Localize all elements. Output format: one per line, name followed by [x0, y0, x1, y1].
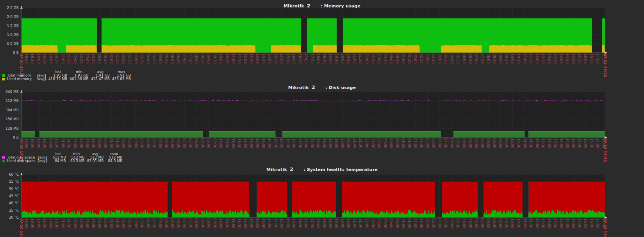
time-axis-tick-label: 08:30 [492, 218, 496, 228]
time-axis-tick-label: 17:30 [602, 53, 605, 64]
time-axis-tick-label: 09:30 [213, 53, 216, 64]
time-axis-tick-label: 00:30 [103, 218, 107, 228]
time-axis-tick-label: 07:00 [182, 53, 186, 64]
time-axis-tick-label: 20:30 [55, 138, 58, 148]
time-axis-tick-label: 17:30 [602, 138, 605, 148]
time-axis-tick-label: 17:30 [310, 53, 314, 64]
time-axis-tick-label: 04:00 [438, 138, 441, 148]
time-axis-tick-label: 19:00 [328, 218, 332, 228]
time-axis-tick-label: 20:00 [49, 53, 52, 64]
memory-graph-plot[interactable] [21, 8, 605, 53]
time-axis-tick-label: 23:30 [383, 218, 387, 228]
time-axis-tick-label: 15:30 [286, 218, 289, 228]
disk-graph-plot[interactable] [21, 92, 605, 137]
time-axis-tick-label: 07:30 [189, 53, 192, 64]
time-axis-tick-label: 02:30 [419, 218, 423, 228]
time-axis-tick-label: 14:30 [274, 218, 277, 228]
time-axis-tick-label: 20:00 [341, 218, 344, 228]
time-axis-tick-label: 13:00 [547, 138, 551, 148]
time-axis-tick-label: 10:30 [517, 218, 520, 228]
time-axis-tick-label: 19:00 [37, 138, 40, 148]
x-axis-arrow-icon [605, 52, 607, 54]
time-axis-tick-label: 05:00 [450, 218, 453, 228]
time-axis-tick-label: 01:00 [401, 218, 405, 228]
time-axis-tick-label: 15:00 [280, 53, 283, 64]
time-axis-tick-label: 10:00 [219, 53, 222, 64]
time-axis-tick-label: 21:30 [359, 138, 362, 148]
time-axis-tick-label: 03:00 [134, 138, 137, 148]
time-axis-tick-label: 04:00 [146, 218, 150, 228]
time-axis-tick-label: 00:30 [103, 138, 107, 148]
time-axis-tick-label: 15:00 [280, 218, 283, 228]
time-axis-tick-label: 00:30 [395, 138, 399, 148]
y-axis-tick-label: 1.0 GB [0, 33, 19, 37]
time-axis-tick-label: 08:30 [201, 138, 204, 148]
host-name: Mikrotik [288, 85, 309, 90]
time-axis-tick-label: 03:00 [426, 218, 429, 228]
time-axis-tick-label: 21:30 [67, 218, 70, 228]
zabbix-graphs-dashboard: Mikrotik2: Memory usage 2.5 GB2.0 GB1.5 … [0, 0, 644, 237]
time-axis-tick-label: 17:00 [304, 53, 307, 64]
time-axis-tick-label: 06:00 [170, 138, 174, 148]
time-axis-tick-label: 06:30 [177, 138, 180, 148]
temperature-panel: Mikrotik2: System health: temperature 60… [0, 164, 644, 237]
time-axis-tick-label: 07:30 [480, 218, 484, 228]
time-axis-tick-label: 15:00 [571, 53, 575, 64]
time-axis-tick-label: 10:00 [510, 218, 514, 228]
time-axis-tick-label: 18:30 [322, 218, 326, 228]
time-axis-tick-label: 22:00 [365, 138, 368, 148]
time-axis-tick-label: 18:30 [322, 138, 326, 148]
time-axis-tick-label: 21:30 [67, 53, 70, 64]
y-axis-tick-label: 384 MB [0, 108, 19, 112]
time-axis-tick-label: 01:00 [109, 53, 113, 64]
time-axis-tick-label: 04:30 [444, 53, 447, 64]
time-axis-tick-label: 05:00 [158, 53, 162, 64]
time-axis-tick-label: 01:30 [116, 138, 119, 148]
time-axis-tick-label: 02:00 [413, 218, 417, 228]
time-axis-tick-label: 06:00 [170, 218, 174, 228]
time-axis-tick-label: 04:30 [152, 138, 155, 148]
time-axis-tick-label: 09:00 [207, 218, 210, 228]
legend-table: lastminavgmaxTotal disk space[avg]512 MB… [1, 152, 123, 163]
time-axis-tick-label: 18:30 [30, 53, 34, 64]
time-axis-tick-label: 11:00 [231, 53, 235, 64]
y-axis-arrow-icon [20, 173, 23, 175]
time-axis-tick-label: 12:00 [535, 53, 539, 64]
time-axis-tick-label: 19:30 [334, 138, 338, 148]
legend-stat-avg: 83.91 MB [86, 159, 105, 163]
time-axis-tick-label: 08:30 [201, 218, 204, 228]
time-axis-tick-label: 17:00 [596, 218, 599, 228]
temperature-graph-plot[interactable] [21, 175, 605, 217]
time-axis-tick-label: 09:00 [207, 53, 210, 64]
time-axis-tick-label: 10:30 [225, 138, 228, 148]
time-axis-tick-label: 13:30 [553, 218, 557, 228]
time-axis-tick-label: 10:00 [219, 218, 222, 228]
y-axis-tick-label: 60 °C [0, 173, 19, 176]
legend-series-name: Used disk space [7, 159, 36, 163]
time-axis-tick-label: 21:00 [61, 218, 64, 228]
time-axis-tick-label: 10:30 [517, 138, 520, 148]
time-axis-tick-label: 06:30 [177, 218, 180, 228]
time-axis-tick-label: 12:30 [541, 53, 544, 64]
graph-name: : System health: temperature [303, 167, 378, 172]
time-axis-tick-label: 14:00 [268, 138, 271, 148]
time-axis-tick-label: 19:30 [334, 53, 338, 64]
time-axis-tick-label: 05:30 [456, 53, 459, 64]
graph-legend: lastminavgmaxTotal memory[avg]1.91 GB1.9… [1, 70, 132, 81]
legend-stat-max: 84.3 MB [105, 159, 123, 163]
time-axis-tick-label: 14:30 [566, 138, 569, 148]
time-axis-tick-label: 08:00 [486, 218, 490, 228]
time-axis-tick-label: 07:00 [182, 138, 186, 148]
host-number: 2 [312, 84, 315, 90]
time-axis-tick-label: 14:00 [559, 138, 563, 148]
disk-usage-panel: Mikrotik2: Disk usage 640 MB512 MB384 MB… [0, 82, 644, 164]
time-axis-tick-label: 09:30 [505, 138, 508, 148]
time-axis-tick-label: 00:30 [395, 218, 399, 228]
time-axis-tick-label: 03:00 [426, 138, 429, 148]
time-axis-tick-label: 06:00 [462, 138, 466, 148]
legend-color-swatch [2, 156, 5, 159]
time-axis-tick-label: 23:30 [383, 53, 387, 64]
time-axis-tick-label: 19:00 [37, 53, 40, 64]
time-axis-tick-label: 23:00 [85, 218, 89, 228]
time-axis-tick-label: 12:30 [249, 53, 253, 64]
